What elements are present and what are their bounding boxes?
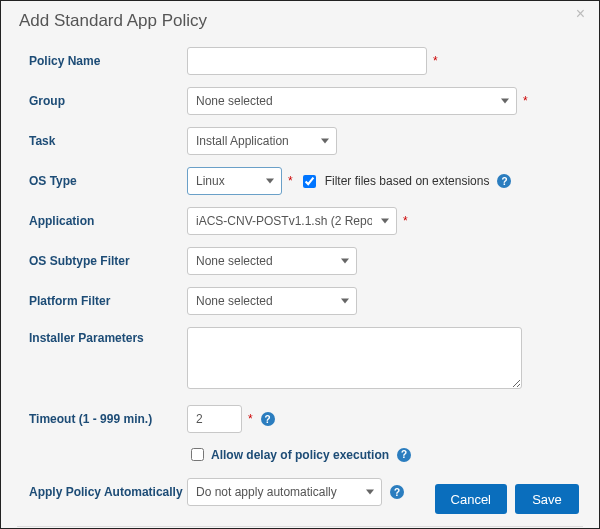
label-os-subtype: OS Subtype Filter xyxy=(29,254,187,268)
os-subtype-select[interactable] xyxy=(187,247,357,275)
label-group: Group xyxy=(29,94,187,108)
label-timeout: Timeout (1 - 999 min.) xyxy=(29,412,187,426)
task-select[interactable] xyxy=(187,127,337,155)
required-marker: * xyxy=(433,54,438,68)
label-application: Application xyxy=(29,214,187,228)
modal-header: Add Standard App Policy × xyxy=(1,1,599,39)
label-os-type: OS Type xyxy=(29,174,187,188)
group-select[interactable] xyxy=(187,87,517,115)
close-icon[interactable]: × xyxy=(576,5,585,23)
apply-auto-select[interactable] xyxy=(187,478,382,506)
os-type-select[interactable] xyxy=(187,167,282,195)
cancel-button[interactable]: Cancel xyxy=(435,484,507,514)
timeout-input[interactable] xyxy=(187,405,242,433)
row-timeout: Timeout (1 - 999 min.) * ? xyxy=(29,405,579,433)
label-installer-params: Installer Parameters xyxy=(29,327,187,345)
installer-params-textarea[interactable] xyxy=(187,327,522,389)
modal-body: Policy Name * Group * Task xyxy=(1,39,599,520)
row-installer-params: Installer Parameters xyxy=(29,327,579,389)
label-apply-auto: Apply Policy Automatically xyxy=(29,485,187,499)
policy-name-input[interactable] xyxy=(187,47,427,75)
help-icon[interactable]: ? xyxy=(397,448,411,462)
label-platform-filter: Platform Filter xyxy=(29,294,187,308)
platform-filter-select[interactable] xyxy=(187,287,357,315)
label-allow-delay: Allow delay of policy execution xyxy=(211,448,389,462)
help-icon[interactable]: ? xyxy=(261,412,275,426)
row-task: Task xyxy=(29,127,579,155)
allow-delay-checkbox[interactable] xyxy=(191,448,204,461)
row-platform-filter: Platform Filter xyxy=(29,287,579,315)
help-icon[interactable]: ? xyxy=(497,174,511,188)
required-marker: * xyxy=(403,214,408,228)
required-marker: * xyxy=(248,412,253,426)
row-os-type: OS Type * Filter files based on extensio… xyxy=(29,167,579,195)
label-task: Task xyxy=(29,134,187,148)
label-policy-name: Policy Name xyxy=(29,54,187,68)
row-allow-delay: Allow delay of policy execution ? xyxy=(187,445,579,464)
modal-title: Add Standard App Policy xyxy=(19,11,207,30)
modal-dialog: Add Standard App Policy × Policy Name * … xyxy=(0,0,600,529)
required-marker: * xyxy=(288,174,293,188)
row-application: Application * xyxy=(29,207,579,235)
modal-footer: Cancel Save xyxy=(435,484,579,514)
label-filter-ext: Filter files based on extensions xyxy=(325,174,490,188)
row-policy-name: Policy Name * xyxy=(29,47,579,75)
filter-ext-checkbox[interactable] xyxy=(303,175,316,188)
row-group: Group * xyxy=(29,87,579,115)
help-icon[interactable]: ? xyxy=(390,485,404,499)
footer-divider xyxy=(17,526,583,527)
required-marker: * xyxy=(523,94,528,108)
row-os-subtype: OS Subtype Filter xyxy=(29,247,579,275)
save-button[interactable]: Save xyxy=(515,484,579,514)
application-select[interactable] xyxy=(187,207,397,235)
